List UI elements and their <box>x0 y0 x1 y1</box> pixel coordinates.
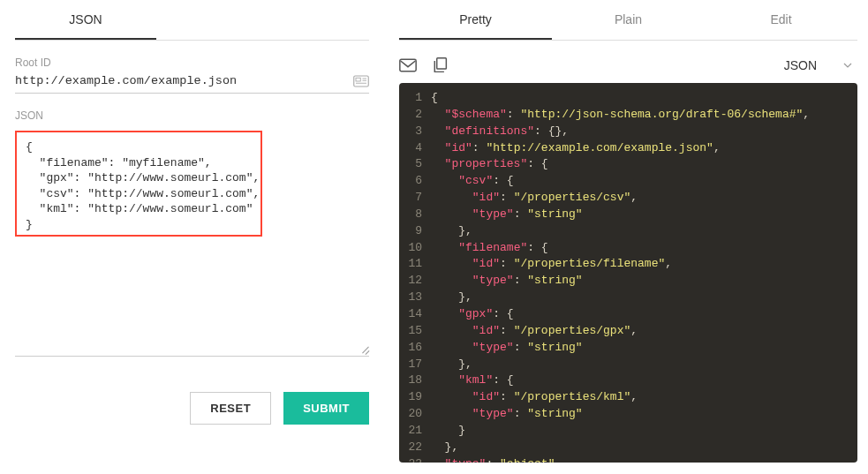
resize-icon[interactable] <box>360 345 369 354</box>
line-number: 15 <box>399 323 431 340</box>
code-content: }, <box>431 290 472 306</box>
line-number: 1 <box>399 90 431 107</box>
format-dropdown[interactable]: JSON <box>784 58 852 72</box>
root-id-input-wrap <box>15 74 369 94</box>
code-line: 4 "id": "http://example.com/example.json… <box>399 140 857 157</box>
right-tabs: PrettyPlainEdit <box>399 0 857 41</box>
svg-rect-1 <box>356 78 360 81</box>
line-number: 20 <box>399 406 431 423</box>
code-content: "type": "object" <box>431 456 555 463</box>
code-line: 18 "kml": { <box>399 372 857 389</box>
button-row: RESET SUBMIT <box>15 392 369 425</box>
code-line: 17 }, <box>399 357 857 373</box>
line-number: 13 <box>399 290 431 306</box>
code-content: "id": "http://example.com/example.json", <box>431 140 721 157</box>
line-number: 18 <box>399 372 431 389</box>
code-line: 14 "gpx": { <box>399 306 857 323</box>
code-content: }, <box>431 440 458 456</box>
line-number: 7 <box>399 190 431 207</box>
code-line: 7 "id": "/properties/csv", <box>399 190 857 207</box>
code-content: "type": "string" <box>431 207 583 223</box>
line-number: 22 <box>399 440 431 456</box>
tab-pretty[interactable]: Pretty <box>399 0 552 40</box>
line-number: 19 <box>399 389 431 406</box>
line-number: 23 <box>399 456 431 463</box>
code-line: 21 } <box>399 423 857 440</box>
line-number: 3 <box>399 124 431 140</box>
line-number: 4 <box>399 140 431 157</box>
line-number: 5 <box>399 156 431 173</box>
code-line: 22 }, <box>399 440 857 456</box>
chevron-down-icon <box>843 63 852 68</box>
code-content: }, <box>431 223 472 240</box>
line-number: 21 <box>399 423 431 440</box>
code-content: }, <box>431 357 472 373</box>
svg-rect-6 <box>437 58 447 69</box>
reset-button[interactable]: RESET <box>190 392 271 425</box>
line-number: 11 <box>399 256 431 273</box>
line-number: 6 <box>399 173 431 190</box>
root-id-label: Root ID <box>15 56 369 69</box>
submit-button[interactable]: SUBMIT <box>283 392 369 425</box>
json-label: JSON <box>15 109 369 122</box>
format-dropdown-label: JSON <box>784 58 817 72</box>
code-content: "filename": { <box>431 240 548 257</box>
code-content: "type": "string" <box>431 340 583 357</box>
code-line: 5 "properties": { <box>399 156 857 173</box>
line-number: 9 <box>399 223 431 240</box>
json-input[interactable] <box>15 131 262 237</box>
line-number: 8 <box>399 207 431 223</box>
code-line: 16 "type": "string" <box>399 340 857 357</box>
code-content: "id": "/properties/csv", <box>431 190 638 207</box>
left-tabs: JSON <box>15 0 369 41</box>
code-line: 1{ <box>399 90 857 107</box>
line-number: 12 <box>399 273 431 290</box>
code-line: 19 "id": "/properties/kml", <box>399 389 857 406</box>
code-content: "gpx": { <box>431 306 514 323</box>
code-line: 9 }, <box>399 223 857 240</box>
code-content: "id": "/properties/kml", <box>431 389 638 406</box>
code-line: 13 }, <box>399 290 857 306</box>
toolbar: JSON <box>399 48 857 83</box>
code-line: 11 "id": "/properties/filename", <box>399 256 857 273</box>
line-number: 2 <box>399 107 431 124</box>
code-line: 2 "$schema": "http://json-schema.org/dra… <box>399 107 857 124</box>
line-number: 16 <box>399 340 431 357</box>
code-line: 23 "type": "object" <box>399 456 857 463</box>
code-content: "csv": { <box>431 173 514 190</box>
tab-plain[interactable]: Plain <box>552 0 705 40</box>
code-content: { <box>431 90 438 107</box>
line-number: 17 <box>399 357 431 373</box>
code-content: "properties": { <box>431 156 548 173</box>
code-line: 20 "type": "string" <box>399 406 857 423</box>
left-panel: JSON Root ID JSON RESET SUBMIT <box>0 0 384 474</box>
right-panel: PrettyPlainEdit JSON 1{2 "$schema": "htt… <box>384 0 868 474</box>
mail-icon[interactable] <box>399 57 417 73</box>
svg-rect-5 <box>400 59 416 71</box>
code-line: 8 "type": "string" <box>399 207 857 223</box>
code-line: 6 "csv": { <box>399 173 857 190</box>
code-content: "id": "/properties/filename", <box>431 256 672 273</box>
code-line: 12 "type": "string" <box>399 273 857 290</box>
code-line: 10 "filename": { <box>399 240 857 257</box>
code-content: "definitions": {}, <box>431 124 569 140</box>
code-content: "type": "string" <box>431 273 583 290</box>
textarea-resize-area <box>15 346 369 357</box>
tab-json[interactable]: JSON <box>15 0 156 40</box>
code-content: "id": "/properties/gpx", <box>431 323 638 340</box>
copy-icon[interactable] <box>431 57 449 73</box>
code-content: "type": "string" <box>431 406 583 423</box>
card-icon <box>353 75 369 87</box>
code-content: } <box>431 423 465 440</box>
code-content: "$schema": "http://json-schema.org/draft… <box>431 107 810 124</box>
code-line: 3 "definitions": {}, <box>399 124 857 140</box>
root-id-input[interactable] <box>15 74 353 87</box>
line-number: 10 <box>399 240 431 257</box>
code-viewer[interactable]: 1{2 "$schema": "http://json-schema.org/d… <box>399 83 857 463</box>
code-line: 15 "id": "/properties/gpx", <box>399 323 857 340</box>
tab-edit[interactable]: Edit <box>705 0 857 40</box>
code-content: "kml": { <box>431 372 514 389</box>
line-number: 14 <box>399 306 431 323</box>
